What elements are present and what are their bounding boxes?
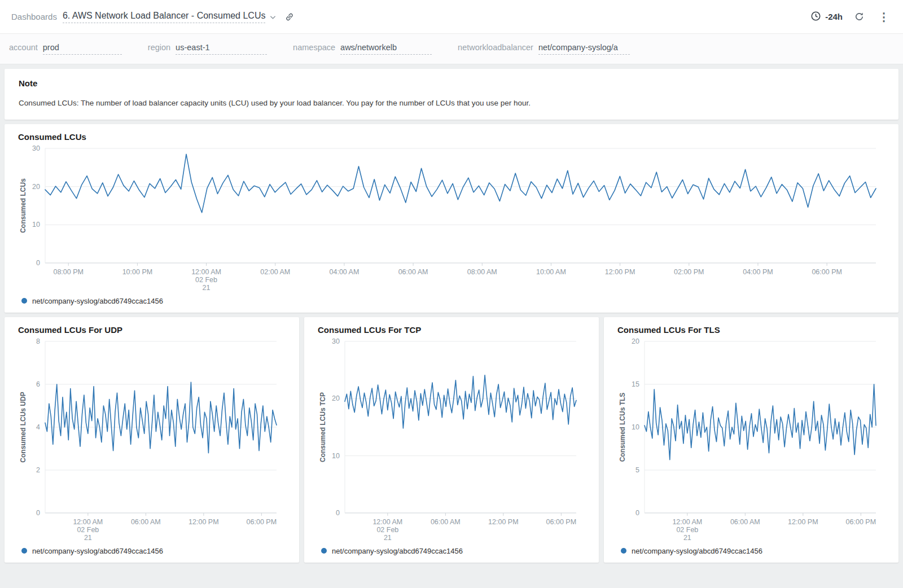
svg-text:30: 30 (32, 144, 40, 152)
filter-account-value[interactable]: prod (43, 43, 122, 55)
filter-account-label: account (9, 43, 38, 52)
svg-text:06:00 AM: 06:00 AM (730, 518, 760, 526)
svg-text:10: 10 (32, 221, 40, 229)
panel-consumed-lcus: Consumed LCUs 010203008:00 PM10:00 PM12:… (5, 124, 898, 313)
svg-text:02 Feb: 02 Feb (77, 526, 99, 534)
svg-text:06:00 AM: 06:00 AM (131, 518, 161, 526)
legend-series-marker (321, 548, 327, 554)
chart-canvas-consumed-lcus[interactable]: 010203008:00 PM10:00 PM12:00 AM02 Feb210… (18, 143, 885, 293)
topbar-actions: -24h ⋮ (810, 11, 892, 23)
svg-text:06:00 AM: 06:00 AM (398, 268, 428, 276)
svg-text:0: 0 (336, 509, 340, 517)
breadcrumb-dashboards[interactable]: Dashboards (11, 12, 57, 21)
svg-text:Consumed LCUs UDP: Consumed LCUs UDP (19, 392, 27, 462)
top-bar: Dashboards 6. AWS Network Load Balancer … (0, 0, 903, 34)
svg-text:20: 20 (332, 394, 340, 402)
svg-text:06:00 PM: 06:00 PM (247, 518, 277, 526)
kebab-menu-icon[interactable]: ⋮ (876, 11, 892, 23)
svg-text:12:00 PM: 12:00 PM (788, 518, 818, 526)
svg-text:4: 4 (36, 423, 40, 431)
svg-text:10:00 AM: 10:00 AM (536, 268, 566, 276)
svg-text:12:00 PM: 12:00 PM (189, 518, 219, 526)
svg-text:Consumed LCUs: Consumed LCUs (19, 178, 27, 233)
svg-text:21: 21 (384, 534, 392, 541)
legend-item[interactable]: net/company-syslog/abcd6749ccac1456 (18, 293, 885, 308)
filter-region[interactable]: region us-east-1 (148, 43, 267, 55)
svg-text:0: 0 (635, 509, 639, 517)
svg-text:06:00 AM: 06:00 AM (431, 518, 461, 526)
svg-text:Consumed LCUs TCP: Consumed LCUs TCP (319, 392, 327, 462)
legend-series-label: net/company-syslog/abcd6749ccac1456 (32, 297, 163, 305)
svg-text:02 Feb: 02 Feb (195, 276, 217, 284)
legend-item[interactable]: net/company-syslog/abcd6749ccac1456 (617, 543, 885, 558)
svg-text:02:00 AM: 02:00 AM (260, 268, 290, 276)
svg-text:12:00 AM: 12:00 AM (672, 518, 702, 526)
chart-canvas-consumed-lcus-udp[interactable]: 0246812:00 AM02 Feb2106:00 AM12:00 PM06:… (18, 336, 286, 543)
legend-series-marker (21, 298, 27, 304)
chevron-down-icon (270, 12, 276, 22)
note-panel: Note Consumed LCUs: The number of load b… (5, 69, 898, 120)
panel-consumed-lcus-tls-title: Consumed LCUs For TLS (617, 325, 885, 335)
filter-namespace[interactable]: namespace aws/networkelb (293, 43, 432, 55)
svg-text:02 Feb: 02 Feb (376, 526, 398, 534)
clock-icon (810, 11, 821, 23)
svg-text:04:00 AM: 04:00 AM (330, 268, 360, 276)
svg-text:12:00 PM: 12:00 PM (605, 268, 635, 276)
svg-text:06:00 PM: 06:00 PM (846, 518, 876, 526)
svg-text:15: 15 (632, 380, 639, 388)
panel-consumed-lcus-tcp-title: Consumed LCUs For TCP (318, 325, 585, 335)
panel-consumed-lcus-title: Consumed LCUs (18, 132, 885, 142)
svg-text:2: 2 (36, 466, 40, 474)
filter-namespace-label: namespace (293, 43, 335, 52)
legend-series-marker (621, 548, 626, 554)
chart-canvas-consumed-lcus-tls[interactable]: 0510152012:00 AM02 Feb2106:00 AM12:00 PM… (617, 336, 885, 543)
panel-consumed-lcus-tls: Consumed LCUs For TLS 0510152012:00 AM02… (604, 317, 898, 563)
dashboard-title-dropdown[interactable]: 6. AWS Network Load Balancer - Consumed … (63, 11, 277, 23)
svg-text:8: 8 (36, 337, 40, 345)
link-icon[interactable] (284, 11, 295, 23)
svg-text:21: 21 (203, 284, 211, 291)
legend-item[interactable]: net/company-syslog/abcd6749ccac1456 (18, 543, 286, 558)
svg-text:0: 0 (36, 259, 40, 267)
svg-text:21: 21 (84, 534, 92, 541)
svg-text:0: 0 (36, 509, 40, 517)
legend-item[interactable]: net/company-syslog/abcd6749ccac1456 (318, 543, 585, 558)
svg-text:08:00 AM: 08:00 AM (467, 268, 497, 276)
refresh-icon[interactable] (854, 11, 865, 22)
svg-text:02 Feb: 02 Feb (676, 526, 698, 534)
legend-series-marker (21, 548, 27, 554)
legend-series-label: net/company-syslog/abcd6749ccac1456 (632, 547, 762, 555)
svg-text:6: 6 (36, 380, 40, 388)
svg-text:12:00 AM: 12:00 AM (372, 518, 402, 526)
legend-series-label: net/company-syslog/abcd6749ccac1456 (32, 547, 163, 555)
filter-networkloadbalancer[interactable]: networkloadbalancer net/company-syslog/a (458, 43, 630, 55)
svg-text:5: 5 (635, 466, 639, 474)
filter-networkloadbalancer-value[interactable]: net/company-syslog/a (538, 43, 630, 55)
svg-text:12:00 AM: 12:00 AM (73, 518, 103, 526)
svg-text:12:00 AM: 12:00 AM (191, 268, 221, 276)
svg-text:06:00 PM: 06:00 PM (546, 518, 577, 526)
svg-text:30: 30 (332, 337, 340, 345)
note-panel-title: Note (19, 78, 884, 88)
svg-text:08:00 PM: 08:00 PM (53, 268, 84, 276)
filter-region-value[interactable]: us-east-1 (176, 43, 267, 55)
panel-consumed-lcus-tcp: Consumed LCUs For TCP 010203012:00 AM02 … (304, 317, 599, 563)
time-range-label: -24h (825, 12, 843, 21)
time-range-button[interactable]: -24h (810, 11, 843, 23)
dashboard-content: Note Consumed LCUs: The number of load b… (0, 64, 903, 567)
legend-series-label: net/company-syslog/abcd6749ccac1456 (332, 547, 463, 555)
note-panel-body: Consumed LCUs: The number of load balanc… (19, 99, 884, 107)
filter-account[interactable]: account prod (9, 43, 122, 55)
dashboard-title[interactable]: 6. AWS Network Load Balancer - Consumed … (63, 11, 266, 23)
svg-text:10: 10 (632, 423, 639, 431)
panel-consumed-lcus-udp-title: Consumed LCUs For UDP (18, 325, 286, 335)
filter-networkloadbalancer-label: networkloadbalancer (458, 43, 533, 52)
svg-text:04:00 PM: 04:00 PM (743, 268, 773, 276)
panel-consumed-lcus-udp: Consumed LCUs For UDP 0246812:00 AM02 Fe… (5, 317, 299, 563)
filter-bar: account prod region us-east-1 namespace … (0, 34, 903, 64)
svg-text:21: 21 (683, 534, 691, 541)
svg-text:10:00 PM: 10:00 PM (122, 268, 153, 276)
chart-canvas-consumed-lcus-tcp[interactable]: 010203012:00 AM02 Feb2106:00 AM12:00 PM0… (318, 336, 585, 543)
filter-namespace-value[interactable]: aws/networkelb (340, 43, 432, 55)
svg-text:Consumed LCUs TLS: Consumed LCUs TLS (619, 393, 626, 462)
